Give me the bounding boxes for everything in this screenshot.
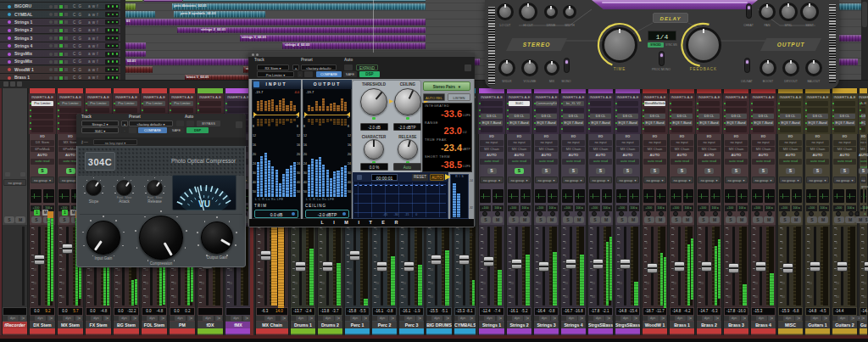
svg-text:VU: VU xyxy=(198,199,210,209)
